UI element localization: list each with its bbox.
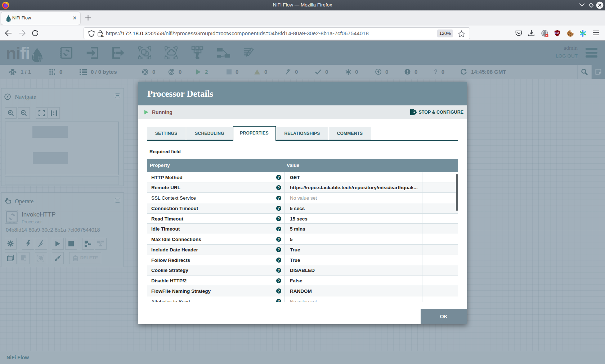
svg-text:UO: UO: [555, 32, 559, 35]
svg-text:!: !: [102, 34, 103, 37]
